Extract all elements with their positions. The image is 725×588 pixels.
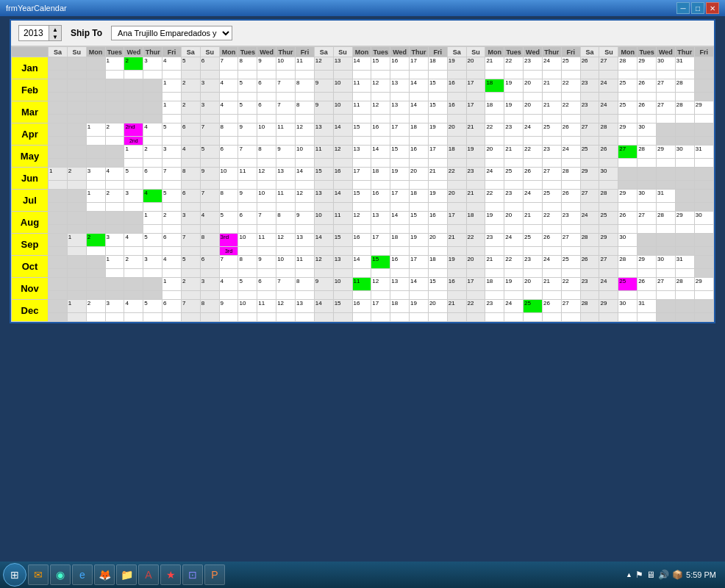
- day-cell[interactable]: 17: [352, 168, 371, 181]
- day-cell[interactable]: [675, 168, 694, 181]
- day-cell[interactable]: 18: [390, 300, 410, 313]
- day-cell[interactable]: 20: [447, 123, 466, 137]
- day-cell[interactable]: 2: [181, 278, 200, 291]
- day-cell[interactable]: [657, 300, 676, 313]
- day-cell[interactable]: 15: [428, 79, 447, 93]
- day-cell[interactable]: 12: [333, 146, 352, 159]
- day-cell[interactable]: 1: [162, 278, 182, 291]
- taskbar-icon-chrome[interactable]: ◉: [50, 564, 71, 585]
- day-cell[interactable]: 13: [295, 300, 314, 313]
- day-cell[interactable]: 17: [371, 300, 390, 313]
- day-cell[interactable]: 11: [276, 190, 296, 203]
- day-cell[interactable]: 9: [314, 278, 333, 291]
- day-cell[interactable]: 20: [524, 278, 543, 291]
- day-cell[interactable]: 26: [561, 123, 580, 137]
- day-cell[interactable]: 3: [200, 101, 219, 115]
- day-cell[interactable]: 19: [428, 123, 447, 137]
- day-cell[interactable]: 21: [428, 168, 447, 181]
- day-cell[interactable]: 20: [428, 234, 447, 247]
- day-cell[interactable]: 6: [181, 190, 200, 203]
- day-cell[interactable]: 14: [410, 278, 429, 291]
- day-cell[interactable]: 4: [162, 57, 182, 71]
- day-cell[interactable]: 9: [314, 79, 333, 93]
- day-cell[interactable]: 5: [181, 256, 200, 269]
- day-cell[interactable]: 24: [599, 278, 618, 291]
- day-cell[interactable]: 27: [561, 300, 580, 313]
- day-cell[interactable]: 8: [200, 234, 219, 247]
- day-cell[interactable]: 24: [504, 234, 524, 247]
- day-cell[interactable]: [657, 168, 676, 181]
- day-cell[interactable]: 3: [143, 256, 162, 269]
- day-cell[interactable]: 29: [599, 234, 618, 247]
- day-cell[interactable]: 23: [580, 101, 599, 115]
- day-cell[interactable]: 26: [524, 168, 543, 181]
- day-cell[interactable]: 1: [143, 212, 162, 225]
- day-cell[interactable]: 5: [124, 168, 143, 181]
- day-cell[interactable]: 18: [485, 79, 504, 93]
- day-cell[interactable]: 19: [504, 278, 524, 291]
- day-cell[interactable]: 6: [238, 212, 257, 225]
- day-cell[interactable]: 30: [638, 123, 657, 137]
- day-cell[interactable]: 1: [162, 101, 182, 115]
- day-cell[interactable]: 13: [390, 278, 410, 291]
- day-cell[interactable]: 5: [143, 300, 162, 313]
- day-cell[interactable]: 22: [466, 234, 485, 247]
- day-cell[interactable]: [694, 79, 713, 93]
- day-cell[interactable]: 17: [466, 278, 485, 291]
- day-cell[interactable]: 7: [181, 234, 200, 247]
- day-cell[interactable]: 23: [485, 300, 504, 313]
- day-cell[interactable]: 21: [485, 256, 504, 269]
- day-cell[interactable]: 12: [371, 101, 390, 115]
- day-cell[interactable]: 10: [314, 212, 333, 225]
- day-cell[interactable]: 13: [352, 146, 371, 159]
- day-cell[interactable]: 9: [276, 146, 296, 159]
- day-cell[interactable]: 12: [295, 123, 314, 137]
- day-cell[interactable]: 24: [524, 190, 543, 203]
- day-cell[interactable]: 27: [638, 212, 657, 225]
- day-cell[interactable]: 13: [276, 168, 296, 181]
- day-cell[interactable]: 25: [618, 278, 638, 291]
- day-cell[interactable]: 15: [352, 190, 371, 203]
- day-cell[interactable]: 29: [638, 57, 657, 71]
- day-cell[interactable]: [124, 101, 143, 115]
- day-cell[interactable]: 8: [219, 190, 238, 203]
- day-cell[interactable]: 7: [257, 212, 276, 225]
- day-cell[interactable]: 10: [333, 79, 352, 93]
- year-spinner[interactable]: 2013 ▲ ▼: [18, 25, 62, 41]
- day-cell[interactable]: 20: [410, 168, 429, 181]
- day-cell[interactable]: 10: [238, 300, 257, 313]
- day-cell[interactable]: 24: [580, 212, 599, 225]
- day-cell[interactable]: 8: [295, 101, 314, 115]
- day-cell[interactable]: 6: [162, 234, 182, 247]
- day-cell[interactable]: 16: [447, 101, 466, 115]
- day-cell[interactable]: 28: [675, 278, 694, 291]
- day-cell[interactable]: 6: [200, 256, 219, 269]
- day-cell[interactable]: 5: [219, 212, 238, 225]
- day-cell[interactable]: 11: [352, 79, 371, 93]
- day-cell[interactable]: [694, 300, 713, 313]
- day-cell[interactable]: [657, 234, 676, 247]
- day-cell[interactable]: 4: [219, 101, 238, 115]
- day-cell[interactable]: [675, 190, 694, 203]
- day-cell[interactable]: 24: [542, 256, 561, 269]
- day-cell[interactable]: 16: [333, 168, 352, 181]
- day-cell[interactable]: 20: [428, 300, 447, 313]
- day-cell[interactable]: 26: [638, 79, 657, 93]
- day-cell[interactable]: 18: [390, 234, 410, 247]
- taskbar-icon-access[interactable]: A: [138, 564, 159, 585]
- day-cell[interactable]: [49, 79, 68, 93]
- day-cell[interactable]: 28: [580, 234, 599, 247]
- day-cell[interactable]: 28: [618, 256, 638, 269]
- day-cell[interactable]: 23: [561, 212, 580, 225]
- day-cell[interactable]: 8: [295, 79, 314, 93]
- day-cell[interactable]: 9: [219, 300, 238, 313]
- tray-arrow[interactable]: ▲: [626, 571, 632, 578]
- day-cell[interactable]: 9: [257, 256, 276, 269]
- day-cell[interactable]: 27: [561, 234, 580, 247]
- day-cell[interactable]: 2: [105, 123, 124, 137]
- day-cell[interactable]: [124, 79, 143, 93]
- day-cell[interactable]: 1: [86, 123, 105, 137]
- day-cell[interactable]: 21: [447, 300, 466, 313]
- day-cell[interactable]: [86, 278, 105, 291]
- day-cell[interactable]: 6: [181, 123, 200, 137]
